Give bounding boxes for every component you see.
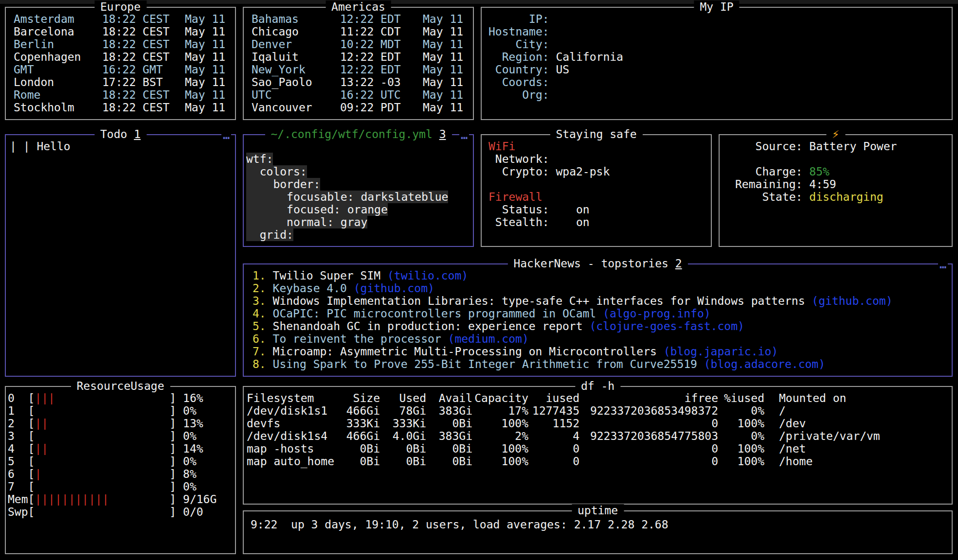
clock-row: Sao_Paolo13:22 -03May 11	[252, 76, 467, 88]
clock-row: Vancouver09:22 PDTMay 11	[252, 101, 467, 114]
df-cell: 0	[579, 455, 718, 468]
uptime-text: 9:22 up 3 days, 19:10, 2 users, load ave…	[251, 518, 669, 531]
story-link[interactable]: (github.com)	[812, 295, 892, 307]
panel-my-ip: My IP IP:Hostname: City: Region: Califor…	[481, 7, 953, 120]
story-link[interactable]: (twilio.com)	[387, 269, 468, 282]
meter-open-bracket: [	[28, 493, 35, 506]
df-cell: /home	[764, 455, 946, 468]
story-link[interactable]: (medium.com)	[448, 332, 529, 345]
panel-hackernews[interactable]: HackerNews - topstories 2 … 1. Twilio Su…	[243, 263, 953, 377]
resource-row: 3 [ ] 0%	[8, 430, 229, 442]
date-value: May 11	[185, 51, 229, 63]
city-label: Denver	[252, 38, 340, 51]
df-cell: 100%	[718, 455, 764, 468]
df-cell: 100%	[472, 417, 528, 430]
panel-title-text: Europe	[100, 0, 141, 13]
hn-story[interactable]: 1. Twilio Super SIM (twilio.com)	[253, 269, 946, 282]
resource-value: 13%	[176, 417, 203, 430]
meter-bars	[35, 404, 169, 417]
panel-title: HackerNews - topstories 2	[507, 257, 687, 270]
resource-value: 0%	[176, 430, 197, 442]
df-cell: Size	[337, 392, 380, 404]
time-value: 11:22 CDT	[340, 25, 423, 38]
city-label: Iqaluit	[252, 51, 340, 63]
city-label: New_York	[252, 63, 340, 76]
clock-row: Denver10:22 MDTMay 11	[252, 38, 467, 51]
story-title[interactable]: Twilio Super SIM	[273, 269, 387, 282]
meter-close-bracket: ]	[169, 430, 176, 442]
meter-open-bracket: [	[28, 417, 35, 430]
resource-row: Swp[ ] 0/0	[8, 506, 229, 518]
df-cell: 0	[579, 417, 718, 430]
panel-hotkey-badge: 3	[439, 128, 446, 140]
story-title[interactable]: Keybase 4.0	[273, 282, 354, 295]
story-number: 6.	[253, 332, 273, 345]
time-value: 18:22 CEST	[102, 25, 185, 38]
panel-todo[interactable]: Todo 1 … | | Hello	[5, 134, 236, 377]
story-title[interactable]: Windows Implementation Libraries: type-s…	[273, 295, 812, 307]
hn-story[interactable]: 2. Keybase 4.0 (github.com)	[253, 282, 946, 295]
time-value: 12:22 EDT	[340, 13, 423, 25]
panel-title: Europe	[94, 0, 146, 13]
hn-story[interactable]: 8. Using Spark to Prove 255-Bit Integer …	[253, 358, 946, 370]
resource-row: 4 [|| ] 14%	[8, 442, 229, 455]
hn-story[interactable]: 5. Shenandoah GC in production: experien…	[253, 320, 946, 332]
safety-line: Network:	[488, 153, 705, 165]
df-cell: map auto_home	[247, 455, 337, 468]
date-value: May 11	[423, 25, 467, 38]
story-title[interactable]: Shenandoah GC in production: experience …	[273, 320, 590, 332]
story-link[interactable]: (blog.adacore.com)	[704, 358, 825, 370]
df-cell: 0Bi	[337, 442, 380, 455]
story-number: 1.	[253, 269, 273, 282]
config-line-text: focusable: darkslateblue	[246, 191, 448, 203]
config-line-text: grid:	[246, 228, 293, 241]
story-title[interactable]: To reinvent the processor	[273, 332, 448, 345]
ip-label: Country:	[488, 63, 549, 76]
clock-row: Bahamas12:22 EDTMay 11	[252, 13, 467, 25]
story-title[interactable]: OCaPIC: PIC microcontrollers programmed …	[273, 307, 603, 320]
df-cell: Used	[380, 392, 426, 404]
df-cell: Avail	[426, 392, 472, 404]
df-row: devfs333Ki333Ki0Bi100%11520100%/dev	[247, 417, 946, 430]
city-label: Berlin	[14, 38, 102, 51]
panel-config-file[interactable]: ~/.config/wtf/config.yml 3 … wtf: colors…	[243, 134, 474, 247]
city-label: Copenhagen	[14, 51, 102, 63]
date-value: May 11	[423, 38, 467, 51]
panel-title: Todo 1	[94, 128, 146, 140]
df-cell: 383Gi	[426, 404, 472, 417]
panel-title: uptime	[572, 504, 624, 517]
todo-item[interactable]: | | Hello	[10, 140, 229, 153]
meter-open-bracket: [	[28, 468, 35, 480]
hn-story[interactable]: 6. To reinvent the processor (medium.com…	[253, 332, 946, 345]
hn-story[interactable]: 7. Microamp: Asymmetric Multi-Processing…	[253, 345, 946, 358]
clock-row: Copenhagen18:22 CESTMay 11	[14, 51, 229, 63]
time-value: 16:22 GMT	[102, 63, 185, 76]
hn-story[interactable]: 3. Windows Implementation Libraries: typ…	[253, 295, 946, 307]
hn-story[interactable]: 4. OCaPIC: PIC microcontrollers programm…	[253, 307, 946, 320]
safety-line: Status: on	[488, 203, 705, 216]
meter-close-bracket: ]	[169, 480, 176, 493]
panel-clocks-americas: Americas Bahamas12:22 EDTMay 11Chicago11…	[243, 7, 474, 120]
story-link[interactable]: (algo-prog.info)	[603, 307, 711, 320]
story-link[interactable]: (github.com)	[354, 282, 434, 295]
meter-bars	[35, 455, 169, 468]
story-link[interactable]: (clojure-goes-fast.com)	[589, 320, 744, 332]
power-label: Source:	[735, 140, 802, 153]
meter-bars: ||	[35, 442, 169, 455]
config-line: focusable: darkslateblue	[246, 191, 467, 203]
ip-value: US	[549, 63, 570, 76]
resource-row: 0 [||| ] 16%	[8, 392, 229, 404]
safety-line: Crypto: wpa2-psk	[488, 165, 705, 178]
meter-open-bracket: [	[28, 404, 35, 417]
panel-staying-safe: Staying safe WiFi Network: Crypto: wpa2-…	[481, 134, 712, 247]
story-title[interactable]: Microamp: Asymmetric Multi-Processing on…	[273, 345, 664, 358]
clock-row: Berlin18:22 CESTMay 11	[14, 38, 229, 51]
ip-info-row: IP:	[488, 13, 946, 25]
panel-clocks-europe: Europe Amsterdam18:22 CESTMay 11Barcelon…	[5, 7, 236, 120]
config-line-text: normal: gray	[246, 216, 367, 228]
resource-value: 0%	[176, 455, 197, 468]
story-title[interactable]: Using Spark to Prove 255-Bit Integer Ari…	[273, 358, 704, 370]
ip-info-row: Region: California	[488, 51, 946, 63]
story-link[interactable]: (blog.japaric.io)	[664, 345, 778, 358]
date-value: May 11	[423, 101, 467, 114]
